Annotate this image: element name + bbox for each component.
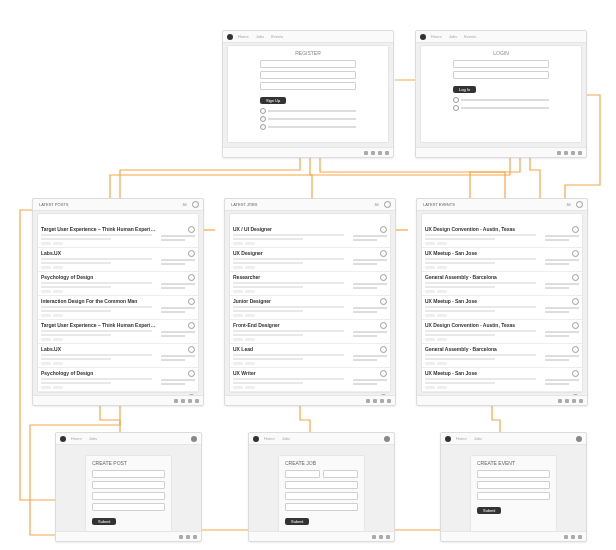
avatar-icon[interactable] [384,436,390,442]
list-row[interactable]: Junior Designer [230,296,390,320]
submit-button[interactable]: Submit [477,507,501,514]
topbar: Home Jobs [56,433,201,445]
form-field[interactable] [92,492,165,500]
screen-jobs-list: LATEST JOBS All UX / UI DesignerUX Desig… [224,198,396,406]
filter-pill[interactable]: All [181,202,189,207]
list-row[interactable]: Interaction Design For the Common Man [38,296,198,320]
avatar-icon[interactable] [191,436,197,442]
form-field[interactable] [285,492,358,500]
form-field[interactable] [285,503,358,511]
row-desc [41,306,152,308]
list-row[interactable]: Front-End Designer [230,320,390,344]
row-action-icon[interactable] [188,250,195,257]
option[interactable] [453,97,549,103]
input-email[interactable] [453,60,549,68]
row-action-icon[interactable] [572,226,579,233]
list-row[interactable]: Psychology of Design [38,368,198,392]
row-action-icon[interactable] [572,298,579,305]
form-field[interactable] [285,481,358,489]
row-action-icon[interactable] [380,298,387,305]
list-row[interactable]: Target User Experience – Think Human Exp… [38,320,198,344]
list-row[interactable]: Labs.UX [38,344,198,368]
row-action-icon[interactable] [188,274,195,281]
list-row[interactable]: UX Design Convention · Austin, Texas [422,320,582,344]
row-tags [41,290,158,293]
option[interactable] [260,116,356,122]
menu-icon[interactable] [192,201,199,208]
footer-icon [195,399,199,403]
menu-icon[interactable] [384,201,391,208]
row-action-icon[interactable] [572,370,579,377]
row-tags [233,338,350,341]
list-row[interactable]: Labs.UX [38,248,198,272]
row-action-icon[interactable] [572,250,579,257]
row-action-icon[interactable] [380,370,387,377]
screen-create-event: Home Jobs CREATE EVENT Submit [440,432,587,542]
input-password[interactable] [453,71,549,79]
menu-icon[interactable] [576,201,583,208]
row-title: Labs.UX [41,250,158,256]
list-row[interactable]: Target User Experience – Think Human Exp… [38,224,198,248]
row-desc [233,334,303,336]
row-action-icon[interactable] [380,322,387,329]
topbar: Home Jobs Events [223,31,393,43]
row-action-icon[interactable] [188,298,195,305]
form-field[interactable] [92,481,165,489]
row-action-icon[interactable] [188,370,195,377]
form-field[interactable] [92,503,165,511]
input-name[interactable] [260,60,356,68]
form-field[interactable] [285,470,320,478]
row-meta [353,259,387,261]
submit-button[interactable]: Sign Up [260,97,286,104]
form-field[interactable] [477,470,550,478]
list-row[interactable]: General Assembly · Barcelona [422,272,582,296]
list-row[interactable]: General Assembly · Barcelona [422,344,582,368]
option[interactable] [260,108,356,114]
input-password[interactable] [260,82,356,90]
option[interactable] [453,105,549,111]
form-field[interactable] [92,470,165,478]
list-row[interactable]: UX / UI Designer [230,224,390,248]
screen-events-list: LATEST EVENTS All UX Design Convention ·… [416,198,588,406]
submit-button[interactable]: Submit [285,518,309,525]
list-row[interactable]: UX Meetup · San Jose [422,296,582,320]
row-action-icon[interactable] [380,274,387,281]
row-action-icon[interactable] [188,322,195,329]
option[interactable] [260,124,356,130]
form-field[interactable] [323,470,358,478]
row-meta [161,287,185,289]
row-action-icon[interactable] [188,346,195,353]
form-field[interactable] [477,492,550,500]
list-row[interactable]: UX Designer [230,248,390,272]
row-title: Psychology of Design [41,274,158,280]
list-row[interactable]: UX Meetup · San Jose [422,248,582,272]
row-action-icon[interactable] [572,274,579,281]
row-meta [353,287,377,289]
row-action-icon[interactable] [572,322,579,329]
row-desc [233,238,303,240]
list-row[interactable]: UX Writer [230,368,390,392]
list-row[interactable]: Psychology of Design [38,272,198,296]
row-action-icon[interactable] [572,346,579,353]
filter-pill[interactable]: All [373,202,381,207]
row-action-icon[interactable] [188,226,195,233]
row-title: UX Design Convention · Austin, Texas [425,322,542,328]
filter-pill[interactable]: All [565,202,573,207]
list-row[interactable]: Researcher [230,272,390,296]
submit-button[interactable]: Submit [92,518,116,525]
list-row[interactable]: UX Design Convention · Austin, Texas [422,224,582,248]
avatar-icon[interactable] [576,436,582,442]
row-tags [41,338,158,341]
input-email[interactable] [260,71,356,79]
row-desc [41,238,111,240]
footer-icon [181,399,185,403]
row-title: Target User Experience – Think Human Exp… [41,322,158,328]
list-row[interactable]: UX Lead [230,344,390,368]
row-meta [161,355,195,357]
row-action-icon[interactable] [380,250,387,257]
form-field[interactable] [477,481,550,489]
row-action-icon[interactable] [380,346,387,353]
list-row[interactable]: UX Meetup · San Jose [422,368,582,392]
row-action-icon[interactable] [380,226,387,233]
submit-button[interactable]: Log In [453,86,476,93]
